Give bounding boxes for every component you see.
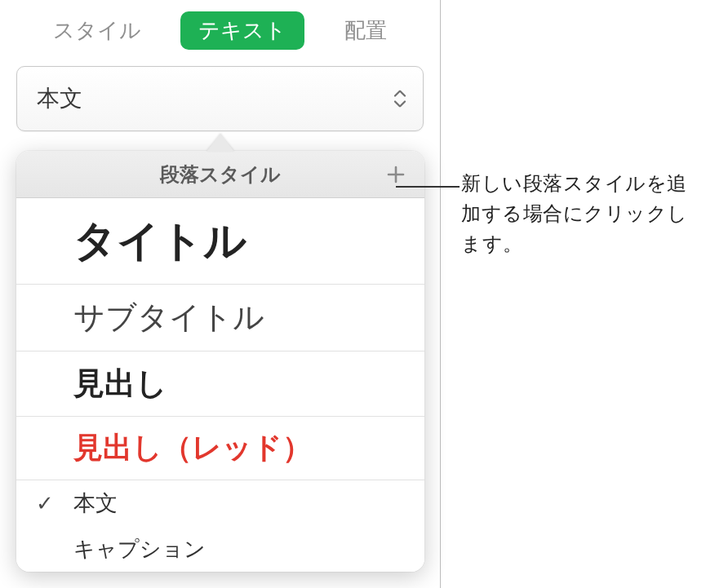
paragraph-style-select-wrapper: 本文 [0, 66, 440, 131]
style-option-label: サブタイトル [73, 297, 264, 338]
paragraph-style-list: タイトル サブタイトル 見出し 見出し（レッド） ✓ 本文 キャプション [16, 198, 424, 572]
tab-text[interactable]: テキスト [180, 11, 304, 50]
callout-text: 新しい段落スタイルを追加する場合にクリックします。 [461, 168, 706, 259]
format-tabs: スタイル テキスト 配置 [0, 0, 440, 66]
style-option-label: タイトル [73, 213, 246, 270]
popover-header: 段落スタイル [16, 151, 424, 198]
tab-style[interactable]: スタイル [35, 11, 159, 50]
checkmark-icon: ✓ [36, 491, 54, 516]
style-option-label: キャプション [73, 535, 206, 564]
style-option-title[interactable]: タイトル [16, 198, 424, 285]
annotation-callout: 新しい段落スタイルを追加する場合にクリックします。 [461, 168, 706, 259]
style-option-label: 本文 [73, 489, 118, 518]
paragraph-style-select[interactable]: 本文 [16, 66, 424, 131]
paragraph-style-current-label: 本文 [37, 83, 82, 114]
popover-body: 段落スタイル タイトル サブタイトル 見出し [16, 151, 424, 572]
popover-pointer [207, 134, 234, 152]
style-option-label: 見出し（レッド） [73, 428, 312, 468]
style-option-label: 見出し [73, 363, 167, 405]
style-option-heading-red[interactable]: 見出し（レッド） [16, 417, 424, 480]
paragraph-styles-popover: 段落スタイル タイトル サブタイトル 見出し [16, 134, 424, 572]
style-option-caption[interactable]: キャプション [16, 526, 424, 572]
style-option-subtitle[interactable]: サブタイトル [16, 285, 424, 351]
style-option-heading[interactable]: 見出し [16, 351, 424, 417]
format-panel: スタイル テキスト 配置 本文 段落スタイル [0, 0, 441, 588]
popover-title: 段落スタイル [160, 161, 281, 188]
chevron-updown-icon [393, 91, 406, 108]
style-option-body[interactable]: ✓ 本文 [16, 480, 424, 526]
tab-arrange[interactable]: 配置 [326, 11, 405, 50]
plus-icon [386, 165, 406, 184]
callout-leader-line [396, 186, 460, 188]
add-paragraph-style-button[interactable] [384, 162, 408, 187]
